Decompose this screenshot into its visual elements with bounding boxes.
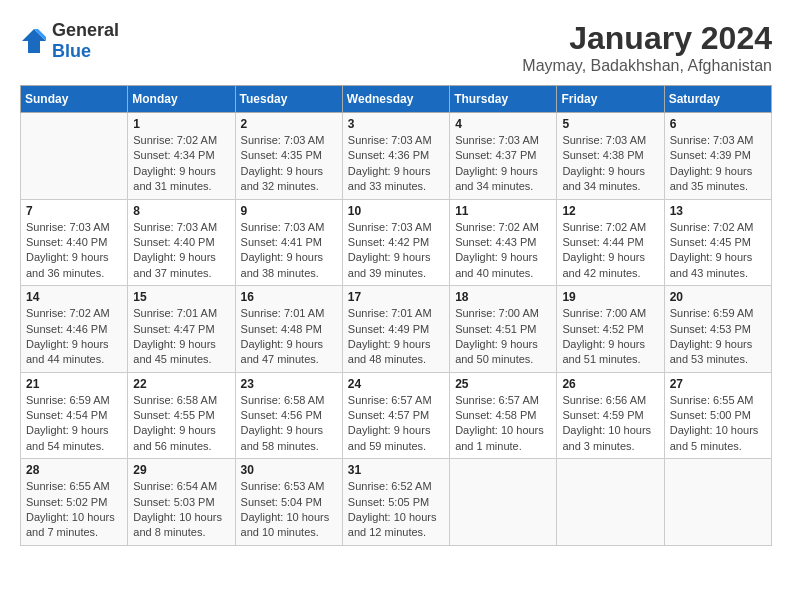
weekday-header-sunday: Sunday	[21, 86, 128, 113]
day-number: 11	[455, 204, 551, 218]
calendar-cell: 28Sunrise: 6:55 AMSunset: 5:02 PMDayligh…	[21, 459, 128, 546]
day-number: 26	[562, 377, 658, 391]
calendar-cell: 7Sunrise: 7:03 AMSunset: 4:40 PMDaylight…	[21, 199, 128, 286]
calendar-cell: 31Sunrise: 6:52 AMSunset: 5:05 PMDayligh…	[342, 459, 449, 546]
calendar-cell: 2Sunrise: 7:03 AMSunset: 4:35 PMDaylight…	[235, 113, 342, 200]
day-info: Sunrise: 6:57 AMSunset: 4:58 PMDaylight:…	[455, 393, 551, 455]
day-info: Sunrise: 7:02 AMSunset: 4:44 PMDaylight:…	[562, 220, 658, 282]
day-number: 12	[562, 204, 658, 218]
weekday-header-wednesday: Wednesday	[342, 86, 449, 113]
calendar-week-row: 7Sunrise: 7:03 AMSunset: 4:40 PMDaylight…	[21, 199, 772, 286]
weekday-header-saturday: Saturday	[664, 86, 771, 113]
calendar-cell: 1Sunrise: 7:02 AMSunset: 4:34 PMDaylight…	[128, 113, 235, 200]
day-info: Sunrise: 6:54 AMSunset: 5:03 PMDaylight:…	[133, 479, 229, 541]
day-number: 20	[670, 290, 766, 304]
calendar-cell	[450, 459, 557, 546]
calendar-cell: 27Sunrise: 6:55 AMSunset: 5:00 PMDayligh…	[664, 372, 771, 459]
day-info: Sunrise: 7:03 AMSunset: 4:38 PMDaylight:…	[562, 133, 658, 195]
calendar-header: SundayMondayTuesdayWednesdayThursdayFrid…	[21, 86, 772, 113]
day-number: 2	[241, 117, 337, 131]
day-number: 17	[348, 290, 444, 304]
calendar-table: SundayMondayTuesdayWednesdayThursdayFrid…	[20, 85, 772, 546]
calendar-cell	[664, 459, 771, 546]
day-number: 24	[348, 377, 444, 391]
calendar-cell: 4Sunrise: 7:03 AMSunset: 4:37 PMDaylight…	[450, 113, 557, 200]
day-info: Sunrise: 6:52 AMSunset: 5:05 PMDaylight:…	[348, 479, 444, 541]
day-info: Sunrise: 6:59 AMSunset: 4:54 PMDaylight:…	[26, 393, 122, 455]
day-number: 23	[241, 377, 337, 391]
weekday-header-row: SundayMondayTuesdayWednesdayThursdayFrid…	[21, 86, 772, 113]
calendar-week-row: 14Sunrise: 7:02 AMSunset: 4:46 PMDayligh…	[21, 286, 772, 373]
day-info: Sunrise: 7:03 AMSunset: 4:39 PMDaylight:…	[670, 133, 766, 195]
calendar-cell: 23Sunrise: 6:58 AMSunset: 4:56 PMDayligh…	[235, 372, 342, 459]
calendar-cell: 21Sunrise: 6:59 AMSunset: 4:54 PMDayligh…	[21, 372, 128, 459]
logo-general-text: General	[52, 20, 119, 40]
day-number: 13	[670, 204, 766, 218]
day-number: 19	[562, 290, 658, 304]
calendar-cell: 16Sunrise: 7:01 AMSunset: 4:48 PMDayligh…	[235, 286, 342, 373]
day-info: Sunrise: 7:03 AMSunset: 4:41 PMDaylight:…	[241, 220, 337, 282]
calendar-cell: 19Sunrise: 7:00 AMSunset: 4:52 PMDayligh…	[557, 286, 664, 373]
calendar-cell: 3Sunrise: 7:03 AMSunset: 4:36 PMDaylight…	[342, 113, 449, 200]
day-info: Sunrise: 6:53 AMSunset: 5:04 PMDaylight:…	[241, 479, 337, 541]
calendar-cell: 5Sunrise: 7:03 AMSunset: 4:38 PMDaylight…	[557, 113, 664, 200]
day-info: Sunrise: 7:00 AMSunset: 4:51 PMDaylight:…	[455, 306, 551, 368]
day-info: Sunrise: 7:02 AMSunset: 4:45 PMDaylight:…	[670, 220, 766, 282]
calendar-cell: 15Sunrise: 7:01 AMSunset: 4:47 PMDayligh…	[128, 286, 235, 373]
calendar-cell: 8Sunrise: 7:03 AMSunset: 4:40 PMDaylight…	[128, 199, 235, 286]
day-info: Sunrise: 6:59 AMSunset: 4:53 PMDaylight:…	[670, 306, 766, 368]
calendar-week-row: 21Sunrise: 6:59 AMSunset: 4:54 PMDayligh…	[21, 372, 772, 459]
calendar-cell	[21, 113, 128, 200]
day-number: 22	[133, 377, 229, 391]
month-title: January 2024	[522, 20, 772, 57]
day-number: 7	[26, 204, 122, 218]
logo-blue-text: Blue	[52, 41, 91, 61]
day-number: 25	[455, 377, 551, 391]
calendar-cell: 6Sunrise: 7:03 AMSunset: 4:39 PMDaylight…	[664, 113, 771, 200]
day-info: Sunrise: 7:03 AMSunset: 4:42 PMDaylight:…	[348, 220, 444, 282]
calendar-cell: 25Sunrise: 6:57 AMSunset: 4:58 PMDayligh…	[450, 372, 557, 459]
calendar-cell: 17Sunrise: 7:01 AMSunset: 4:49 PMDayligh…	[342, 286, 449, 373]
location-title: Maymay, Badakhshan, Afghanistan	[522, 57, 772, 75]
day-info: Sunrise: 7:02 AMSunset: 4:43 PMDaylight:…	[455, 220, 551, 282]
calendar-cell: 10Sunrise: 7:03 AMSunset: 4:42 PMDayligh…	[342, 199, 449, 286]
calendar-cell: 24Sunrise: 6:57 AMSunset: 4:57 PMDayligh…	[342, 372, 449, 459]
day-info: Sunrise: 7:03 AMSunset: 4:40 PMDaylight:…	[133, 220, 229, 282]
calendar-cell: 26Sunrise: 6:56 AMSunset: 4:59 PMDayligh…	[557, 372, 664, 459]
weekday-header-thursday: Thursday	[450, 86, 557, 113]
logo-icon	[20, 27, 48, 55]
svg-marker-0	[22, 29, 46, 53]
weekday-header-friday: Friday	[557, 86, 664, 113]
day-info: Sunrise: 7:03 AMSunset: 4:37 PMDaylight:…	[455, 133, 551, 195]
calendar-cell: 13Sunrise: 7:02 AMSunset: 4:45 PMDayligh…	[664, 199, 771, 286]
calendar-cell: 9Sunrise: 7:03 AMSunset: 4:41 PMDaylight…	[235, 199, 342, 286]
day-number: 8	[133, 204, 229, 218]
calendar-cell: 20Sunrise: 6:59 AMSunset: 4:53 PMDayligh…	[664, 286, 771, 373]
calendar-week-row: 1Sunrise: 7:02 AMSunset: 4:34 PMDaylight…	[21, 113, 772, 200]
day-number: 4	[455, 117, 551, 131]
calendar-cell: 18Sunrise: 7:00 AMSunset: 4:51 PMDayligh…	[450, 286, 557, 373]
calendar-cell: 29Sunrise: 6:54 AMSunset: 5:03 PMDayligh…	[128, 459, 235, 546]
calendar-cell: 30Sunrise: 6:53 AMSunset: 5:04 PMDayligh…	[235, 459, 342, 546]
weekday-header-tuesday: Tuesday	[235, 86, 342, 113]
day-number: 15	[133, 290, 229, 304]
day-number: 3	[348, 117, 444, 131]
day-number: 18	[455, 290, 551, 304]
logo: General Blue	[20, 20, 119, 62]
calendar-week-row: 28Sunrise: 6:55 AMSunset: 5:02 PMDayligh…	[21, 459, 772, 546]
calendar-cell: 12Sunrise: 7:02 AMSunset: 4:44 PMDayligh…	[557, 199, 664, 286]
day-info: Sunrise: 7:03 AMSunset: 4:35 PMDaylight:…	[241, 133, 337, 195]
day-number: 14	[26, 290, 122, 304]
day-info: Sunrise: 6:58 AMSunset: 4:55 PMDaylight:…	[133, 393, 229, 455]
calendar-cell: 22Sunrise: 6:58 AMSunset: 4:55 PMDayligh…	[128, 372, 235, 459]
calendar-cell	[557, 459, 664, 546]
day-info: Sunrise: 7:01 AMSunset: 4:47 PMDaylight:…	[133, 306, 229, 368]
day-info: Sunrise: 7:00 AMSunset: 4:52 PMDaylight:…	[562, 306, 658, 368]
day-number: 5	[562, 117, 658, 131]
day-info: Sunrise: 6:55 AMSunset: 5:00 PMDaylight:…	[670, 393, 766, 455]
title-area: January 2024 Maymay, Badakhshan, Afghani…	[522, 20, 772, 75]
calendar-cell: 14Sunrise: 7:02 AMSunset: 4:46 PMDayligh…	[21, 286, 128, 373]
page-header: General Blue January 2024 Maymay, Badakh…	[20, 20, 772, 75]
day-number: 16	[241, 290, 337, 304]
day-number: 27	[670, 377, 766, 391]
